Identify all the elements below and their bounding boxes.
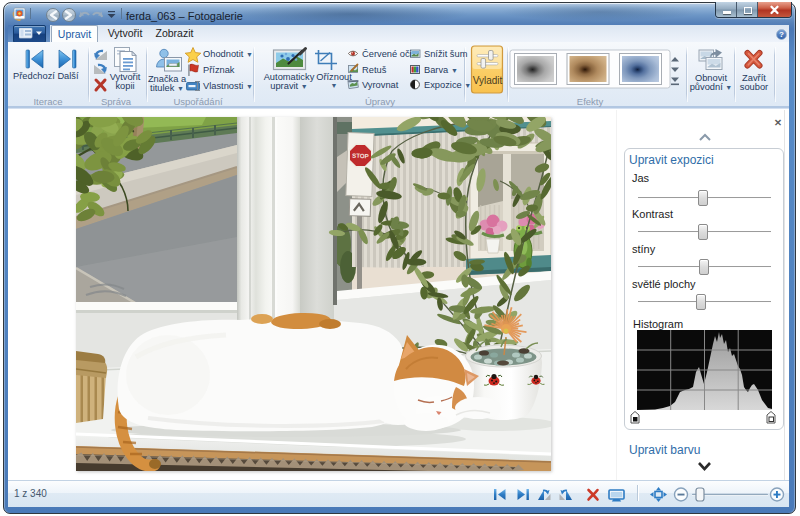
svg-text:STOP: STOP [352,152,369,160]
